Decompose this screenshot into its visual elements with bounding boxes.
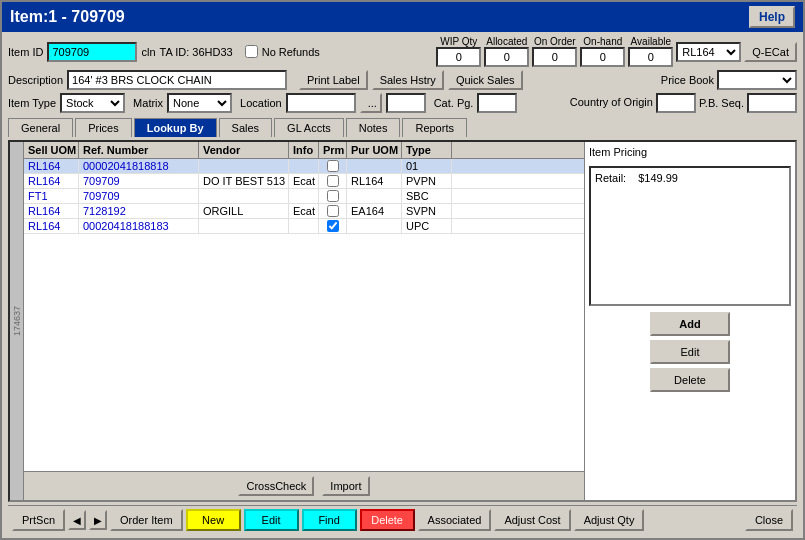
on-hand-input[interactable] (580, 47, 625, 67)
cell-type: SVPN (402, 204, 452, 218)
cell-sell-uom: RL164 (24, 219, 79, 233)
cell-prm[interactable] (319, 189, 347, 203)
pricing-title: Item Pricing (589, 146, 791, 158)
edit-button[interactable]: Edit (650, 340, 730, 364)
cell-pur-uom: RL164 (347, 174, 402, 188)
table-row[interactable]: FT1 709709 SBC (24, 189, 584, 204)
location-ext-input[interactable] (386, 93, 426, 113)
price-book-dropdown[interactable] (717, 70, 797, 90)
cell-sell-uom: RL164 (24, 204, 79, 218)
cat-pg-label: Cat. Pg. (434, 97, 474, 109)
tab-sales[interactable]: Sales (219, 118, 273, 137)
table-row[interactable]: RL164 00020418188183 UPC (24, 219, 584, 234)
delete-button[interactable]: Delete (650, 368, 730, 392)
right-panel: Item Pricing Retail: $149.99 Add Edit De… (585, 142, 795, 500)
cell-prm[interactable] (319, 159, 347, 173)
pricing-box: Retail: $149.99 (589, 166, 791, 306)
ta-id-value: TA ID: 36HD33 (160, 46, 233, 58)
cell-sell-uom: RL164 (24, 159, 79, 173)
on-hand-label: On-hand (583, 36, 622, 47)
retail-value: $149.99 (638, 172, 678, 184)
tab-gl-accts[interactable]: GL Accts (274, 118, 344, 137)
import-button[interactable]: Import (322, 476, 369, 496)
description-input[interactable] (67, 70, 287, 90)
item-id-label: Item ID (8, 46, 43, 58)
cell-prm[interactable] (319, 204, 347, 218)
item-type-dropdown[interactable]: Stock (60, 93, 125, 113)
adjust-cost-button[interactable]: Adjust Cost (494, 509, 570, 531)
add-button[interactable]: Add (650, 312, 730, 336)
location-input[interactable] (286, 93, 356, 113)
nav-prev-button[interactable]: ◀ (68, 510, 86, 530)
cell-ref-num: 709709 (79, 174, 199, 188)
tab-notes[interactable]: Notes (346, 118, 401, 137)
tab-reports[interactable]: Reports (402, 118, 467, 137)
prm-checkbox[interactable] (327, 175, 339, 187)
col-prm: Prm (319, 142, 347, 158)
col-ref-num: Ref. Number (79, 142, 199, 158)
on-order-input[interactable] (532, 47, 577, 67)
order-item-button[interactable]: Order Item (110, 509, 183, 531)
prm-checkbox[interactable] (327, 190, 339, 202)
price-book-label: Price Book (661, 74, 714, 86)
table-row[interactable]: RL164 7128192 ORGILL Ecat EA164 SVPN (24, 204, 584, 219)
cell-vendor (199, 219, 289, 233)
matrix-dropdown[interactable]: None (167, 93, 232, 113)
print-label-button[interactable]: Print Label (299, 70, 368, 90)
tab-general[interactable]: General (8, 118, 73, 137)
prm-checkbox[interactable] (327, 220, 339, 232)
nav-next-button[interactable]: ▶ (89, 510, 107, 530)
help-button[interactable]: Help (749, 6, 795, 28)
wip-qty-input[interactable] (436, 47, 481, 67)
item-type-label: Item Type (8, 97, 56, 109)
cell-ref-num: 00002041818818 (79, 159, 199, 173)
available-input[interactable] (628, 47, 673, 67)
prm-checkbox[interactable] (327, 160, 339, 172)
quick-sales-button[interactable]: Quick Sales (448, 70, 523, 90)
cell-prm[interactable] (319, 219, 347, 233)
cell-sell-uom: RL164 (24, 174, 79, 188)
qecat-button[interactable]: Q-ECat (744, 42, 797, 62)
new-button[interactable]: New (186, 509, 241, 531)
cell-ref-num: 709709 (79, 189, 199, 203)
no-refunds-checkbox[interactable] (245, 45, 258, 58)
associated-button[interactable]: Associated (418, 509, 492, 531)
crosscheck-button[interactable]: CrossCheck (238, 476, 314, 496)
retail-row: Retail: $149.99 (595, 172, 785, 184)
prtscn-button[interactable]: PrtScn (12, 509, 65, 531)
cat-pg-input[interactable] (477, 93, 517, 113)
uom-dropdown[interactable]: RL164 (676, 42, 741, 62)
tab-prices[interactable]: Prices (75, 118, 132, 137)
description-label: Description (8, 74, 63, 86)
pb-seq-label: P.B. Seq. (699, 97, 744, 109)
cell-pur-uom (347, 219, 402, 233)
prm-checkbox[interactable] (327, 205, 339, 217)
adjust-qty-button[interactable]: Adjust Qty (574, 509, 645, 531)
find-button[interactable]: Find (302, 509, 357, 531)
country-input[interactable] (656, 93, 696, 113)
close-button[interactable]: Close (745, 509, 793, 531)
sales-hstry-button[interactable]: Sales Hstry (372, 70, 444, 90)
table-row[interactable]: RL164 00002041818818 01 (24, 159, 584, 174)
cell-info (289, 159, 319, 173)
table-row[interactable]: RL164 709709 DO IT BEST 513 Ecat RL164 P… (24, 174, 584, 189)
allocated-input[interactable] (484, 47, 529, 67)
side-label: 174637 (10, 304, 24, 338)
cell-info (289, 189, 319, 203)
cell-type: PVPN (402, 174, 452, 188)
edit-main-button[interactable]: Edit (244, 509, 299, 531)
cell-vendor (199, 159, 289, 173)
country-label: Country of Origin (570, 96, 653, 109)
header-row2: Description Print Label Sales Hstry Quic… (8, 70, 797, 90)
cell-prm[interactable] (319, 174, 347, 188)
allocated-label: Allocated (486, 36, 527, 47)
pb-seq-input[interactable] (747, 93, 797, 113)
item-id-input[interactable] (47, 42, 137, 62)
delete-main-button[interactable]: Delete (360, 509, 415, 531)
no-refunds-label: No Refunds (262, 46, 320, 58)
header-row3: Item Type Stock Matrix None Location ...… (8, 93, 797, 113)
tab-lookup-by[interactable]: Lookup By (134, 118, 217, 137)
col-sell-uom: Sell UOM (24, 142, 79, 158)
location-btn[interactable]: ... (360, 93, 382, 113)
cell-vendor (199, 189, 289, 203)
